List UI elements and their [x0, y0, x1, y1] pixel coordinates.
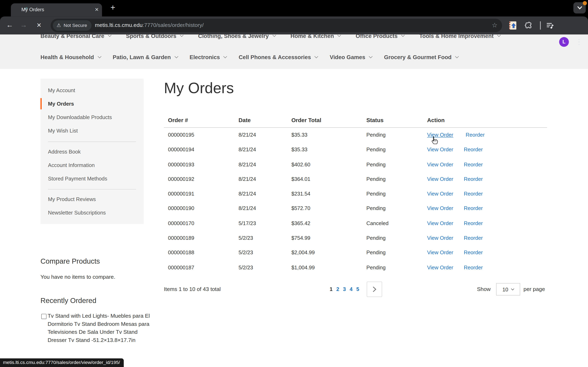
view-order-link[interactable]: View Order	[427, 216, 453, 231]
order-status: Pending	[362, 201, 423, 216]
sidebar-item-stored-payment-methods[interactable]: Stored Payment Methods	[40, 172, 144, 185]
order-actions: View OrderReorder	[423, 157, 547, 172]
reorder-link[interactable]: Reorder	[464, 235, 483, 241]
reorder-link[interactable]: Reorder	[464, 250, 483, 256]
compare-products-empty-text: You have no items to compare.	[40, 273, 115, 281]
order-id: 000000187	[164, 260, 234, 275]
order-status: Pending	[362, 128, 423, 142]
pager-page-link[interactable]: 3	[343, 286, 346, 292]
address-bar[interactable]: ⚠ Not Secure metis.lti.cs.cmu.edu:7770/s…	[51, 19, 502, 32]
order-actions: View OrderReorder	[423, 142, 547, 157]
compare-products-title: Compare Products	[40, 257, 100, 266]
order-actions: View OrderReorder	[423, 245, 547, 260]
order-total: $572.70	[287, 201, 362, 216]
pager-page-link[interactable]: 4	[350, 286, 353, 292]
profile-avatar[interactable]: L	[559, 37, 569, 47]
order-date: 8/21/24	[234, 128, 287, 142]
view-order-link[interactable]: View Order	[427, 201, 453, 216]
view-order-link[interactable]: View Order	[427, 172, 453, 187]
recently-ordered-product-link[interactable]: Tv Stand with Led Lights- Muebles para E…	[48, 312, 157, 344]
nav-item-video-games[interactable]: Video Games	[330, 54, 372, 60]
nav-item-health-household[interactable]: Health & Household	[40, 54, 101, 60]
order-total: $35.33	[287, 142, 362, 157]
pager-next-button[interactable]	[367, 282, 382, 297]
bookmark-star-icon[interactable]: ☆	[488, 19, 502, 32]
order-status: Canceled	[362, 216, 423, 231]
view-order-link[interactable]: View Order	[427, 245, 453, 260]
pager-page-link[interactable]: 5	[356, 286, 359, 292]
nav-item-electronics[interactable]: Electronics	[190, 54, 227, 60]
link-preview-statusbar: metis.lti.cs.cmu.edu:7770/sales/order/vi…	[0, 359, 124, 367]
column-header-status: Status	[362, 112, 423, 128]
order-status: Pending	[362, 142, 423, 157]
extension-icon[interactable]	[509, 21, 516, 30]
sidebar-item-newsletter-subscriptions[interactable]: Newsletter Subscriptions	[40, 206, 144, 219]
sidebar-item-my-account[interactable]: My Account	[40, 83, 144, 97]
sidebar-item-my-orders[interactable]: My Orders	[40, 97, 144, 110]
reorder-link[interactable]: Reorder	[464, 176, 483, 182]
new-tab-button[interactable]: +	[107, 2, 118, 14]
order-id: 000000190	[164, 201, 234, 216]
reorder-link[interactable]: Reorder	[464, 147, 483, 152]
order-actions: View OrderReorder	[423, 172, 547, 187]
pager-page-link[interactable]: 2	[336, 286, 339, 292]
order-date: 8/21/24	[234, 142, 287, 157]
upload-arrow-icon	[511, 23, 515, 28]
sidebar-item-my-downloadable-products[interactable]: My Downloadable Products	[40, 110, 144, 124]
order-id: 000000195	[164, 128, 234, 142]
order-total: $1,004.99	[287, 260, 362, 275]
nav-item-grocery-gourmet-food[interactable]: Grocery & Gourmet Food	[384, 54, 458, 60]
back-button[interactable]: ←	[4, 17, 16, 34]
stop-loading-button[interactable]: ×	[33, 17, 45, 34]
order-actions: View OrderReorder	[423, 216, 547, 231]
browser-menu-kebab-icon[interactable]	[575, 37, 583, 47]
sidebar-item-my-wish-list[interactable]: My Wish List	[40, 124, 144, 137]
order-id: 000000170	[164, 216, 234, 231]
sidebar-divider	[48, 189, 136, 190]
order-date: 8/21/24	[234, 187, 287, 201]
browser-toolbar: ← → × ⚠ Not Secure metis.lti.cs.cmu.edu:…	[0, 17, 588, 34]
column-header-order-total: Order Total	[287, 112, 362, 128]
order-date: 8/21/24	[234, 157, 287, 172]
order-actions: View OrderReorder	[423, 128, 547, 142]
tab-close-icon[interactable]: ×	[93, 3, 100, 17]
view-order-link[interactable]: View Order	[427, 260, 453, 275]
sidebar-item-address-book[interactable]: Address Book	[40, 145, 144, 158]
pager-current-page: 1	[329, 286, 332, 292]
order-actions: View OrderReorder	[423, 260, 547, 275]
browser-tab[interactable]: My Orders ×	[11, 3, 102, 17]
reorder-link[interactable]: Reorder	[466, 132, 485, 138]
forward-button[interactable]: →	[17, 17, 30, 34]
reorder-link[interactable]: Reorder	[464, 264, 483, 270]
reorder-link[interactable]: Reorder	[464, 205, 483, 211]
order-status: Pending	[362, 231, 423, 245]
view-order-link[interactable]: View Order	[427, 187, 453, 201]
reorder-link[interactable]: Reorder	[464, 220, 483, 226]
order-id: 000000192	[164, 172, 234, 187]
pager-pages: 12345	[328, 282, 361, 297]
order-total: $365.42	[287, 216, 362, 231]
order-id: 000000188	[164, 245, 234, 260]
order-date: 5/17/23	[234, 216, 287, 231]
reorder-link[interactable]: Reorder	[464, 191, 483, 197]
extensions-puzzle-icon[interactable]	[524, 21, 532, 30]
sidebar-item-account-information[interactable]: Account Information	[40, 158, 144, 172]
mouse-cursor-hand	[431, 136, 439, 145]
url-text: metis.lti.cs.cmu.edu:7770/sales/order/hi…	[95, 19, 204, 32]
order-status: Pending	[362, 187, 423, 201]
nav-item-cell-phones-accessories[interactable]: Cell Phones & Accessories	[239, 54, 318, 60]
order-total: $35.33	[287, 128, 362, 142]
chevron-down-icon	[224, 54, 227, 58]
nav-item-patio-lawn-garden[interactable]: Patio, Lawn & Garden	[113, 54, 178, 60]
view-order-link[interactable]: View Order	[427, 157, 453, 172]
recently-ordered-checkbox[interactable]	[41, 314, 47, 319]
per-page-show-label: Show	[477, 282, 491, 297]
not-secure-chip[interactable]: ⚠ Not Secure	[53, 20, 92, 31]
reorder-link[interactable]: Reorder	[464, 161, 483, 167]
order-id: 000000191	[164, 187, 234, 201]
per-page-select[interactable]: 10	[496, 283, 520, 296]
sidebar-divider	[48, 142, 136, 142]
view-order-link[interactable]: View Order	[427, 231, 453, 245]
sidebar-item-my-product-reviews[interactable]: My Product Reviews	[40, 192, 144, 206]
media-controls-icon[interactable]	[546, 21, 554, 30]
